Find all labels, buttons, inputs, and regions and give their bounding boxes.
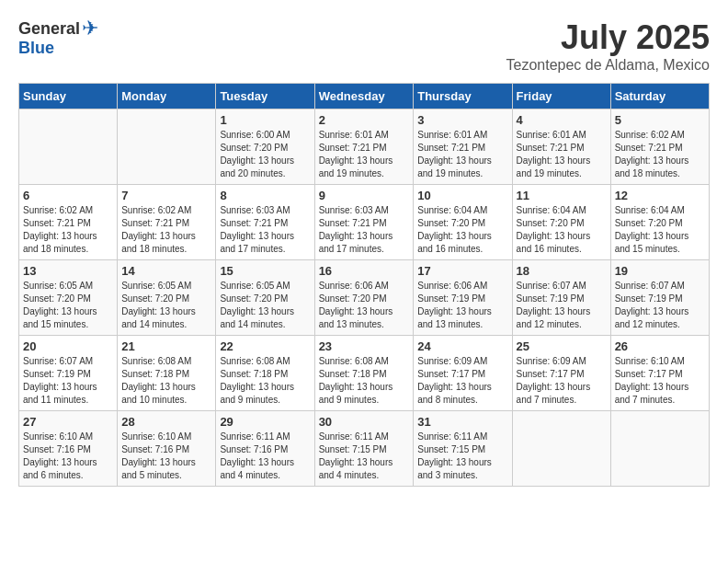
title-block: July 2025 Tezontepec de Aldama, Mexico [506,18,710,74]
logo-general: General [18,19,80,39]
calendar-week-row: 20Sunrise: 6:07 AMSunset: 7:19 PMDayligh… [19,336,710,411]
day-info: Sunrise: 6:05 AMSunset: 7:20 PMDaylight:… [23,280,113,331]
day-info: Sunrise: 6:01 AMSunset: 7:21 PMDaylight:… [517,129,607,180]
calendar-cell: 23Sunrise: 6:08 AMSunset: 7:18 PMDayligh… [314,336,414,411]
day-info: Sunrise: 6:05 AMSunset: 7:20 PMDaylight:… [121,280,211,331]
day-number: 20 [23,339,113,353]
calendar-cell: 17Sunrise: 6:06 AMSunset: 7:19 PMDayligh… [414,260,512,336]
calendar-cell: 16Sunrise: 6:06 AMSunset: 7:20 PMDayligh… [314,260,414,336]
day-info: Sunrise: 6:07 AMSunset: 7:19 PMDaylight:… [615,280,705,331]
day-of-week-header: Monday [118,84,216,109]
calendar-week-row: 13Sunrise: 6:05 AMSunset: 7:20 PMDayligh… [19,260,710,336]
calendar-cell: 3Sunrise: 6:01 AMSunset: 7:21 PMDaylight… [414,109,512,185]
day-number: 10 [417,189,507,202]
day-of-week-header: Tuesday [216,84,314,109]
day-number: 22 [220,339,310,353]
logo-blue: Blue [18,39,54,58]
day-number: 7 [121,189,211,202]
day-info: Sunrise: 6:04 AMSunset: 7:20 PMDaylight:… [417,204,507,256]
calendar-cell: 6Sunrise: 6:02 AMSunset: 7:21 PMDaylight… [19,185,118,260]
calendar-cell: 8Sunrise: 6:03 AMSunset: 7:21 PMDaylight… [216,185,314,260]
calendar-cell: 4Sunrise: 6:01 AMSunset: 7:21 PMDaylight… [512,109,610,185]
day-info: Sunrise: 6:02 AMSunset: 7:21 PMDaylight:… [23,204,113,256]
day-number: 2 [319,113,410,127]
day-info: Sunrise: 6:09 AMSunset: 7:17 PMDaylight:… [417,355,507,407]
day-info: Sunrise: 6:08 AMSunset: 7:18 PMDaylight:… [319,355,410,407]
calendar-cell: 19Sunrise: 6:07 AMSunset: 7:19 PMDayligh… [610,260,709,336]
calendar-cell: 21Sunrise: 6:08 AMSunset: 7:18 PMDayligh… [118,336,216,411]
calendar-cell: 1Sunrise: 6:00 AMSunset: 7:20 PMDaylight… [216,109,314,185]
calendar-cell: 29Sunrise: 6:11 AMSunset: 7:16 PMDayligh… [216,411,314,487]
day-info: Sunrise: 6:01 AMSunset: 7:21 PMDaylight:… [319,129,410,180]
day-number: 6 [23,189,113,202]
calendar-cell: 31Sunrise: 6:11 AMSunset: 7:15 PMDayligh… [414,411,512,487]
day-info: Sunrise: 6:01 AMSunset: 7:21 PMDaylight:… [417,129,507,180]
calendar-cell: 2Sunrise: 6:01 AMSunset: 7:21 PMDaylight… [314,109,414,185]
day-info: Sunrise: 6:07 AMSunset: 7:19 PMDaylight:… [517,280,607,331]
day-info: Sunrise: 6:04 AMSunset: 7:20 PMDaylight:… [615,204,705,256]
calendar-cell [19,109,118,185]
day-number: 24 [417,339,507,353]
calendar-cell [610,411,709,487]
day-info: Sunrise: 6:07 AMSunset: 7:19 PMDaylight:… [23,355,113,407]
calendar-cell: 7Sunrise: 6:02 AMSunset: 7:21 PMDaylight… [118,185,216,260]
day-info: Sunrise: 6:03 AMSunset: 7:21 PMDaylight:… [319,204,410,256]
calendar-cell: 30Sunrise: 6:11 AMSunset: 7:15 PMDayligh… [314,411,414,487]
calendar-week-row: 1Sunrise: 6:00 AMSunset: 7:20 PMDaylight… [19,109,710,185]
day-number: 17 [417,264,507,278]
calendar-cell: 20Sunrise: 6:07 AMSunset: 7:19 PMDayligh… [19,336,118,411]
calendar-cell: 9Sunrise: 6:03 AMSunset: 7:21 PMDaylight… [314,185,414,260]
day-info: Sunrise: 6:09 AMSunset: 7:17 PMDaylight:… [517,355,607,407]
day-of-week-header: Saturday [610,84,709,109]
calendar-cell: 11Sunrise: 6:04 AMSunset: 7:20 PMDayligh… [512,185,610,260]
day-number: 21 [121,339,211,353]
calendar-week-row: 27Sunrise: 6:10 AMSunset: 7:16 PMDayligh… [19,411,710,487]
day-number: 18 [517,264,607,278]
day-info: Sunrise: 6:10 AMSunset: 7:16 PMDaylight:… [23,431,113,482]
calendar-cell: 15Sunrise: 6:05 AMSunset: 7:20 PMDayligh… [216,260,314,336]
day-of-week-header: Friday [512,84,610,109]
day-of-week-header: Wednesday [314,84,414,109]
calendar-cell: 14Sunrise: 6:05 AMSunset: 7:20 PMDayligh… [118,260,216,336]
day-info: Sunrise: 6:03 AMSunset: 7:21 PMDaylight:… [220,204,310,256]
calendar-cell: 24Sunrise: 6:09 AMSunset: 7:17 PMDayligh… [414,336,512,411]
day-number: 26 [615,339,705,353]
day-number: 12 [615,189,705,202]
day-info: Sunrise: 6:02 AMSunset: 7:21 PMDaylight:… [121,204,211,256]
day-number: 9 [319,189,410,202]
calendar-cell: 10Sunrise: 6:04 AMSunset: 7:20 PMDayligh… [414,185,512,260]
day-number: 8 [220,189,310,202]
day-number: 31 [417,415,507,429]
day-info: Sunrise: 6:11 AMSunset: 7:16 PMDaylight:… [220,431,310,482]
page-header: General ✈ Blue July 2025 Tezontepec de A… [18,18,710,74]
calendar-week-row: 6Sunrise: 6:02 AMSunset: 7:21 PMDaylight… [19,185,710,260]
day-number: 4 [517,113,607,127]
calendar-cell: 25Sunrise: 6:09 AMSunset: 7:17 PMDayligh… [512,336,610,411]
calendar-cell [118,109,216,185]
day-number: 1 [220,113,310,127]
day-info: Sunrise: 6:05 AMSunset: 7:20 PMDaylight:… [220,280,310,331]
day-info: Sunrise: 6:04 AMSunset: 7:20 PMDaylight:… [517,204,607,256]
day-info: Sunrise: 6:06 AMSunset: 7:20 PMDaylight:… [319,280,410,331]
calendar-cell: 27Sunrise: 6:10 AMSunset: 7:16 PMDayligh… [19,411,118,487]
day-number: 5 [615,113,705,127]
day-info: Sunrise: 6:11 AMSunset: 7:15 PMDaylight:… [417,431,507,482]
calendar-cell: 22Sunrise: 6:08 AMSunset: 7:18 PMDayligh… [216,336,314,411]
month-title: July 2025 [506,18,710,57]
logo-bird-icon: ✈ [82,18,98,39]
day-info: Sunrise: 6:06 AMSunset: 7:19 PMDaylight:… [417,280,507,331]
calendar-cell: 5Sunrise: 6:02 AMSunset: 7:21 PMDaylight… [610,109,709,185]
calendar-cell: 28Sunrise: 6:10 AMSunset: 7:16 PMDayligh… [118,411,216,487]
calendar-cell: 12Sunrise: 6:04 AMSunset: 7:20 PMDayligh… [610,185,709,260]
day-number: 13 [23,264,113,278]
day-info: Sunrise: 6:11 AMSunset: 7:15 PMDaylight:… [319,431,410,482]
day-info: Sunrise: 6:10 AMSunset: 7:16 PMDaylight:… [121,431,211,482]
day-number: 19 [615,264,705,278]
day-number: 23 [319,339,410,353]
day-of-week-header: Sunday [19,84,118,109]
calendar-cell [512,411,610,487]
day-number: 27 [23,415,113,429]
day-number: 30 [319,415,410,429]
calendar-cell: 18Sunrise: 6:07 AMSunset: 7:19 PMDayligh… [512,260,610,336]
day-number: 28 [121,415,211,429]
